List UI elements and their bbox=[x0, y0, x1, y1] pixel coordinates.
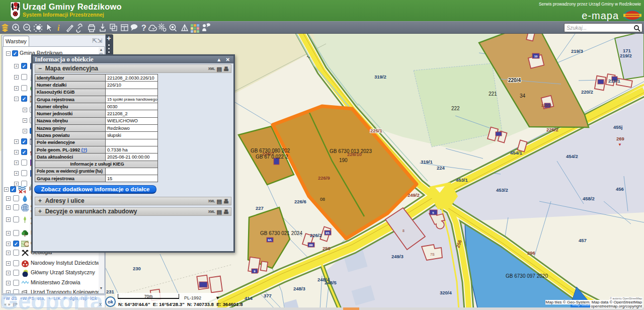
svg-text:9A: 9A bbox=[268, 239, 272, 242]
svg-text:08: 08 bbox=[320, 197, 325, 202]
svg-text:454/2: 454/2 bbox=[566, 153, 578, 159]
svg-text:7S: 7S bbox=[430, 253, 435, 256]
svg-text:GB 6730 097 2020: GB 6730 097 2020 bbox=[506, 273, 548, 279]
svg-text:222: 222 bbox=[451, 106, 460, 111]
svg-text:9B: 9B bbox=[309, 244, 313, 247]
svg-text:248/5: 248/5 bbox=[325, 280, 337, 285]
svg-text:34: 34 bbox=[520, 93, 526, 99]
svg-text:220/4: 220/4 bbox=[508, 78, 521, 83]
svg-text:▼: ▼ bbox=[618, 142, 622, 147]
svg-text:227: 227 bbox=[256, 205, 264, 211]
svg-text:220/3: 220/3 bbox=[541, 103, 552, 108]
svg-text:224: 224 bbox=[437, 165, 445, 171]
svg-text:454/1: 454/1 bbox=[510, 150, 522, 156]
svg-text:456: 456 bbox=[616, 186, 624, 192]
svg-text:221: 221 bbox=[489, 91, 497, 97]
svg-text:230: 230 bbox=[133, 266, 141, 271]
svg-text:248/3: 248/3 bbox=[293, 286, 305, 291]
svg-text:458/2: 458/2 bbox=[583, 196, 595, 201]
svg-text:249/2: 249/2 bbox=[408, 192, 420, 198]
svg-text:219/1: 219/1 bbox=[608, 78, 620, 84]
svg-text:453/2: 453/2 bbox=[496, 187, 508, 193]
svg-text:225/1: 225/1 bbox=[370, 128, 382, 133]
svg-text:414: 414 bbox=[245, 295, 253, 301]
svg-text:296: 296 bbox=[527, 250, 535, 256]
svg-text:249/3: 249/3 bbox=[391, 254, 404, 259]
svg-text:320/4: 320/4 bbox=[440, 290, 452, 295]
svg-text:GB 67 0 022 2: GB 67 0 022 2 bbox=[256, 154, 288, 160]
svg-text:226/6: 226/6 bbox=[294, 199, 306, 204]
svg-text:219/2: 219/2 bbox=[620, 53, 632, 58]
svg-text:453/1: 453/1 bbox=[456, 177, 468, 183]
svg-text:GB 6730 021 2024: GB 6730 021 2024 bbox=[260, 230, 302, 236]
svg-text:8: 8 bbox=[403, 229, 405, 232]
svg-text:GB 6730 013 2023: GB 6730 013 2023 bbox=[330, 148, 372, 154]
svg-text:319/2: 319/2 bbox=[374, 74, 386, 80]
svg-text:269: 269 bbox=[616, 136, 624, 141]
svg-text:10: 10 bbox=[534, 55, 538, 58]
svg-text:455j: 455j bbox=[613, 124, 623, 130]
svg-text:250: 250 bbox=[323, 246, 331, 251]
svg-text:219/3: 219/3 bbox=[571, 48, 583, 54]
svg-text:i: i bbox=[57, 24, 60, 32]
svg-text:GB 6730 080 202: GB 6730 080 202 bbox=[251, 148, 290, 153]
svg-text:226/9: 226/9 bbox=[318, 175, 330, 181]
svg-text:9S: 9S bbox=[326, 231, 329, 235]
svg-text:?: ? bbox=[141, 24, 146, 32]
svg-text:319/1: 319/1 bbox=[421, 159, 433, 165]
svg-text:231: 231 bbox=[106, 289, 115, 294]
svg-text:457: 457 bbox=[579, 238, 587, 243]
svg-text:226/2: 226/2 bbox=[310, 232, 322, 238]
svg-text:377: 377 bbox=[264, 293, 272, 298]
svg-text:220/2: 220/2 bbox=[581, 89, 593, 95]
svg-text:190: 190 bbox=[339, 158, 348, 163]
svg-text:225/2: 225/2 bbox=[546, 127, 558, 132]
